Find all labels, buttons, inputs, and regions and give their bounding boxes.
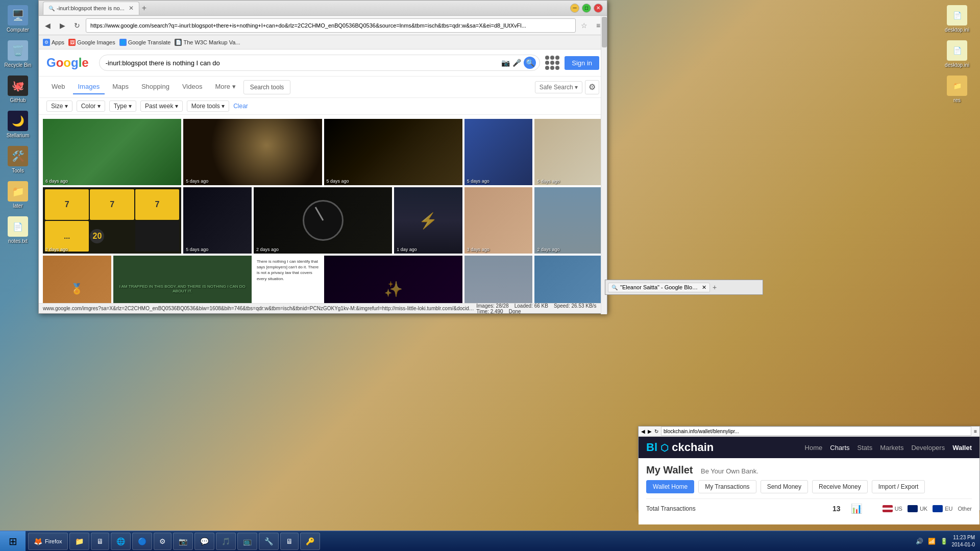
image-tile-9[interactable]: ⚡ 1 day ago — [394, 187, 462, 254]
currency-eu[interactable]: EU — [933, 505, 952, 512]
maximize-button[interactable]: □ — [582, 4, 591, 13]
taskbar-sound-icon[interactable]: 🔊 — [914, 536, 924, 546]
currency-uk[interactable]: UK — [908, 505, 927, 512]
start-button[interactable]: ⊞ — [0, 531, 26, 552]
new-tab-icon[interactable]: + — [142, 4, 146, 13]
icon-tools[interactable]: 🛠️ Tools — [2, 146, 35, 173]
bc-nav-developers[interactable]: Developers — [911, 444, 945, 452]
new-tab-icon-2[interactable]: + — [713, 283, 717, 291]
icon-desktop-ini-2[interactable]: 📄 desktop.ini — [941, 40, 974, 68]
bc-reload-button[interactable]: ↻ — [654, 429, 658, 434]
taskbar-item-13[interactable]: 🔑 — [300, 533, 320, 550]
search-tools-button[interactable]: Search tools — [243, 80, 291, 94]
my-transactions-button[interactable]: My Transactions — [698, 480, 756, 493]
image-tile-8[interactable]: 2 days ago — [254, 187, 392, 254]
icon-later[interactable]: 📁 later — [2, 181, 35, 209]
taskbar-item-12[interactable]: 🖥 — [280, 533, 299, 550]
tab-maps[interactable]: Maps — [107, 80, 134, 94]
receive-money-button[interactable]: Receive Money — [812, 480, 868, 493]
bookmark-star-icon[interactable]: ☆ — [578, 20, 590, 31]
clear-filter-button[interactable]: Clear — [233, 103, 248, 110]
image-tile-10[interactable]: 3 days ago — [464, 187, 533, 254]
taskbar-item-4[interactable]: 🌐 — [111, 533, 131, 550]
tab-more[interactable]: More ▾ — [210, 80, 240, 94]
bc-nav-home[interactable]: Home — [805, 444, 823, 452]
search-input[interactable] — [99, 55, 541, 71]
icon-computer[interactable]: 🖥️ Computer — [2, 5, 35, 33]
image-tile-13[interactable]: I AM TRAPPED IN THIS BODY, AND THERE IS … — [113, 256, 252, 303]
image-tile-15[interactable]: ✨ 6 days ago — [324, 256, 462, 303]
image-tile-1[interactable]: 6 days ago — [43, 119, 181, 185]
icon-res[interactable]: 📁 res — [941, 76, 974, 103]
scrollbar-thumb[interactable] — [602, 17, 607, 47]
image-tile-12[interactable]: 🏅 4 days ago — [43, 256, 111, 303]
color-filter[interactable]: Color ▾ — [77, 101, 105, 112]
more-tools-filter[interactable]: More tools ▾ — [187, 101, 229, 112]
past-week-filter[interactable]: Past week ▾ — [140, 101, 183, 112]
taskbar-item-2[interactable]: 📁 — [69, 533, 89, 550]
bc-menu-icon[interactable]: ≡ — [974, 429, 977, 434]
icon-desktop-ini-1[interactable]: 📄 desktop.ini — [941, 5, 974, 33]
image-tile-16[interactable]: 5 days ago — [464, 256, 533, 303]
send-money-button[interactable]: Send Money — [761, 480, 808, 493]
browser-scrollbar[interactable] — [601, 16, 607, 314]
taskbar-item-3[interactable]: 🖥 — [91, 533, 109, 550]
tab-videos[interactable]: Videos — [177, 80, 208, 94]
taskbar-item-1[interactable]: 🦊 Firefox — [28, 533, 68, 550]
sign-in-button[interactable]: Sign in — [565, 56, 599, 70]
image-tile-2[interactable]: 5 days ago — [183, 119, 322, 185]
icon-github[interactable]: 🐙 GitHub — [2, 76, 35, 103]
taskbar-clock[interactable]: 11:23 PM 2014-01-0 — [951, 534, 975, 548]
image-tile-5[interactable]: 5 days ago — [534, 119, 603, 185]
tab-web[interactable]: Web — [46, 80, 70, 94]
tab-shopping[interactable]: Shopping — [136, 80, 175, 94]
google-apps-icon[interactable] — [545, 56, 559, 70]
taskbar-item-7[interactable]: 📷 — [173, 533, 193, 550]
tab-close-icon[interactable]: ✕ — [129, 5, 134, 12]
type-filter[interactable]: Type ▾ — [109, 101, 136, 112]
taskbar-battery-icon[interactable]: 🔋 — [939, 536, 949, 546]
camera-search-icon[interactable]: 📷 — [501, 57, 510, 69]
bookmark-google-images[interactable]: 🖼 Google Images — [68, 39, 115, 46]
icon-stellarium[interactable]: 🌙 Stellarium — [2, 111, 35, 138]
taskbar-network-icon[interactable]: 📶 — [926, 536, 937, 546]
stats-chart-icon[interactable]: 📊 — [851, 503, 862, 514]
taskbar-item-10[interactable]: 📺 — [237, 533, 257, 550]
bookmark-apps[interactable]: ⚙ Apps — [43, 39, 64, 46]
voice-search-icon[interactable]: 🎤 — [512, 57, 521, 69]
taskbar-item-6[interactable]: ⚙ — [154, 533, 172, 550]
currency-other[interactable]: Other — [958, 505, 972, 512]
safe-search-dropdown[interactable]: Safe Search ▾ — [535, 81, 582, 93]
image-tile-17[interactable]: 214 × 320 · sugarglider.com — [534, 256, 603, 303]
reload-button[interactable]: ↻ — [71, 19, 83, 32]
bookmark-google-translate[interactable]: 🌐 Google Translate — [119, 39, 171, 46]
bc-nav-charts[interactable]: Charts — [830, 444, 849, 452]
taskbar-item-8[interactable]: 💬 — [194, 533, 214, 550]
bc-address-input[interactable] — [661, 427, 971, 436]
address-input[interactable] — [86, 18, 576, 33]
minimize-button[interactable]: ─ — [570, 4, 579, 13]
icon-recycle-bin[interactable]: 🗑️ Recycle Bin — [2, 40, 35, 68]
currency-us[interactable]: US — [883, 505, 902, 512]
import-export-button[interactable]: Import / Export — [872, 480, 925, 493]
tab-images[interactable]: Images — [73, 80, 105, 94]
taskbar-item-9[interactable]: 🎵 — [216, 533, 236, 550]
image-tile-3[interactable]: 5 days ago — [324, 119, 462, 185]
back-button[interactable]: ◀ — [41, 19, 54, 32]
close-button[interactable]: ✕ — [594, 4, 603, 13]
taskbar-item-11[interactable]: 🔧 — [259, 533, 279, 550]
tab2-close-icon[interactable]: ✕ — [702, 284, 706, 291]
bc-nav-stats[interactable]: Stats — [857, 444, 873, 452]
settings-gear-icon[interactable]: ⚙ — [585, 80, 599, 94]
bookmark-w3c[interactable]: 📄 The W3C Markup Va... — [175, 39, 240, 46]
bc-forward-button[interactable]: ▶ — [648, 429, 652, 434]
taskbar-item-5[interactable]: 🔵 — [132, 533, 152, 550]
browser-tab[interactable]: 🔍 -inurl:blogspot there is no... ✕ — [43, 2, 139, 15]
image-tile-7[interactable]: 5 days ago — [183, 187, 252, 254]
bc-nav-wallet[interactable]: Wallet — [952, 444, 972, 452]
size-filter[interactable]: Size ▾ — [46, 101, 72, 112]
forward-button[interactable]: ▶ — [56, 19, 68, 32]
image-tile-4[interactable]: 5 days ago — [464, 119, 533, 185]
bc-nav-markets[interactable]: Markets — [880, 444, 903, 452]
image-tile-6[interactable]: 7 7 7 ... 20 2 days ago — [43, 187, 181, 254]
